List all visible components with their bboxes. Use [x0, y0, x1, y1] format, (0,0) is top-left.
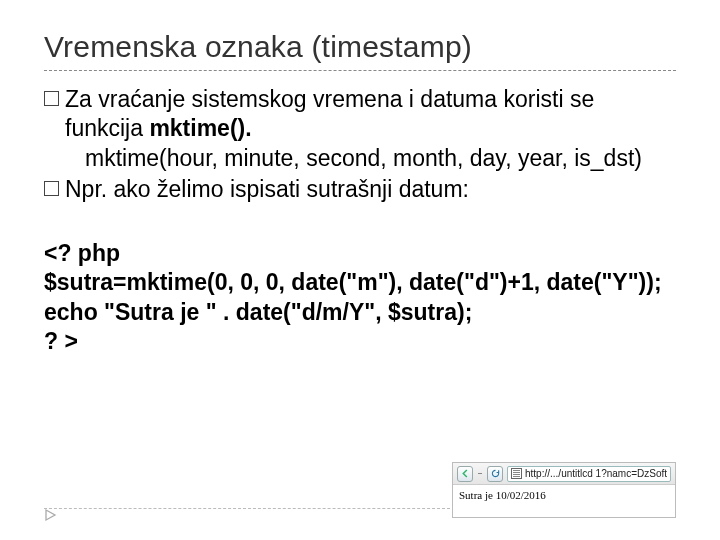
play-triangle-icon — [44, 508, 58, 522]
arrow-left-icon — [461, 469, 470, 478]
bullet-square-icon — [44, 91, 59, 106]
browser-page-body: Sutra je 10/02/2016 — [453, 485, 675, 505]
bullet-line: ako želimo ispisati sutrašnji datum: — [107, 176, 469, 202]
body-text: Za vraćanje sistemskog vremena i datuma … — [44, 85, 676, 205]
bullet-text: Za vraćanje sistemskog vremena i datuma … — [65, 85, 676, 173]
bullet-lead: Npr. — [65, 176, 107, 202]
bullet-square-icon — [44, 181, 59, 196]
code-line: echo "Sutra je " . date("d/m/Y", $sutra)… — [44, 298, 676, 327]
bullet-text: Npr. ako želimo ispisati sutrašnji datum… — [65, 175, 676, 204]
refresh-button[interactable] — [487, 466, 503, 482]
url-text: http://.../untitlcd 1?namc=DzSoft PHP E — [525, 468, 667, 479]
slide-footer-marker — [44, 508, 58, 522]
url-bar[interactable]: http://.../untitlcd 1?namc=DzSoft PHP E — [507, 466, 671, 482]
bullet-line: vraćanje sistemskog vremena i datuma kor… — [65, 86, 594, 141]
refresh-icon — [491, 469, 500, 478]
bullet-bold: mktime(). — [149, 115, 251, 141]
browser-screenshot: http://.../untitlcd 1?namc=DzSoft PHP E … — [452, 462, 676, 518]
slide: Vremenska oznaka (timestamp) Za vraćanje… — [0, 0, 720, 540]
title-underline — [44, 70, 676, 71]
bullet-subline: mktime(hour, minute, second, month, day,… — [65, 144, 676, 173]
back-button[interactable] — [457, 466, 473, 482]
code-line: <? php — [44, 239, 676, 268]
code-line: $sutra=mktime(0, 0, 0, date("m"), date("… — [44, 268, 676, 297]
page-output-text: Sutra je 10/02/2016 — [459, 489, 546, 501]
browser-toolbar: http://.../untitlcd 1?namc=DzSoft PHP E — [453, 463, 675, 485]
page-icon — [511, 468, 522, 479]
code-line: ? > — [44, 327, 676, 356]
footer-divider — [44, 508, 450, 509]
bullet-item: Npr. ako želimo ispisati sutrašnji datum… — [44, 175, 676, 204]
code-block: <? php $sutra=mktime(0, 0, 0, date("m"),… — [44, 239, 676, 357]
bullet-item: Za vraćanje sistemskog vremena i datuma … — [44, 85, 676, 173]
toolbar-separator — [478, 473, 482, 474]
slide-title: Vremenska oznaka (timestamp) — [44, 30, 676, 64]
bullet-lead: Za — [65, 86, 92, 112]
